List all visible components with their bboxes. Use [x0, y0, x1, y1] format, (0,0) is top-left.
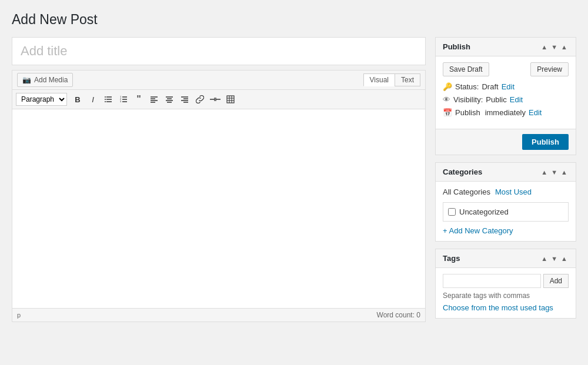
word-count: Word count: 0 [377, 311, 420, 319]
paragraph-select[interactable]: Paragraph Heading 1 Heading 2 Heading 3 [16, 93, 67, 106]
status-value: Draft [482, 82, 498, 91]
tags-hint: Separate tags with commas [443, 292, 569, 300]
add-media-button[interactable]: 📷 Add Media [17, 73, 73, 87]
svg-point-4 [105, 99, 106, 100]
tags-panel-up-btn[interactable]: ▲ [540, 255, 549, 262]
add-media-icon: 📷 [22, 76, 31, 84]
categories-panel: Categories ▲ ▼ ▲ All Categories Most Use… [435, 162, 576, 242]
add-media-label: Add Media [34, 76, 68, 84]
publish-panel-title: Publish [443, 42, 470, 51]
categories-panel-title: Categories [443, 168, 482, 176]
align-right-button[interactable] [178, 92, 192, 106]
editor-body[interactable] [12, 109, 426, 309]
categories-panel-close-btn[interactable]: ▲ [560, 169, 569, 176]
link-button[interactable] [193, 92, 207, 106]
categories-tabs: All Categories Most Used [443, 187, 569, 196]
tags-panel-header: Tags ▲ ▼ ▲ [436, 249, 576, 268]
bold-button[interactable]: B [71, 92, 85, 106]
visibility-edit-link[interactable]: Edit [510, 95, 523, 104]
blockquote-button[interactable]: " [132, 92, 146, 106]
publish-panel: Publish ▲ ▼ ▲ Save Draft Preview 🔑 [435, 37, 576, 155]
tab-most-used[interactable]: Most Used [495, 187, 532, 196]
editor-format-bar: Paragraph Heading 1 Heading 2 Heading 3 … [12, 89, 426, 109]
categories-panel-controls: ▲ ▼ ▲ [540, 169, 569, 176]
more-button[interactable] [208, 92, 222, 106]
preview-button[interactable]: Preview [530, 62, 569, 76]
publish-panel-header: Publish ▲ ▼ ▲ [436, 38, 576, 56]
list-item: Uncategorized [448, 207, 563, 216]
publish-footer: Publish [436, 129, 576, 155]
category-list: Uncategorized [443, 202, 569, 222]
calendar-icon: 📅 [443, 108, 452, 117]
status-row: 🔑 Status: Draft Edit [443, 82, 569, 91]
publish-time-label: Publish [455, 108, 480, 117]
visibility-row: 👁 Visibility: Public Edit [443, 95, 569, 104]
svg-point-5 [105, 101, 106, 102]
choose-most-used-tags-link[interactable]: Choose from the most used tags [443, 303, 553, 312]
tab-visual[interactable]: Visual [363, 73, 395, 86]
tags-panel: Tags ▲ ▼ ▲ Add Separate tags with commas… [435, 249, 576, 319]
tags-panel-down-btn[interactable]: ▼ [550, 255, 559, 262]
publish-meta: 🔑 Status: Draft Edit 👁 Visibility: Publi… [443, 82, 569, 117]
tags-panel-title: Tags [443, 254, 460, 263]
publish-panel-up-btn[interactable]: ▲ [540, 43, 549, 51]
tab-all-categories[interactable]: All Categories [443, 187, 490, 196]
publish-panel-controls: ▲ ▼ ▲ [540, 43, 569, 51]
visibility-label: Visibility: [453, 95, 483, 104]
categories-panel-header: Categories ▲ ▼ ▲ [436, 163, 576, 182]
italic-button[interactable]: I [86, 92, 100, 106]
editor-area: 📷 Add Media Visual Text Paragraph Headin… [12, 37, 426, 322]
view-tabs: Visual Text [363, 73, 420, 86]
add-new-category-link[interactable]: + Add New Category [443, 226, 513, 235]
save-draft-button[interactable]: Save Draft [443, 62, 489, 76]
publish-time-edit-link[interactable]: Edit [529, 108, 542, 117]
publish-actions: Save Draft Preview [443, 62, 569, 76]
status-label: Status: [455, 82, 479, 91]
status-edit-link[interactable]: Edit [502, 82, 514, 91]
status-icon: 🔑 [443, 82, 452, 91]
tags-panel-controls: ▲ ▼ ▲ [540, 255, 569, 262]
sidebar: Publish ▲ ▼ ▲ Save Draft Preview 🔑 [435, 37, 576, 319]
publish-panel-body: Save Draft Preview 🔑 Status: Draft Edit … [436, 56, 576, 129]
visibility-icon: 👁 [443, 95, 450, 104]
publish-panel-down-btn[interactable]: ▼ [550, 43, 559, 51]
publish-time-value: immediately [485, 108, 526, 117]
tags-panel-body: Add Separate tags with commas Choose fro… [436, 268, 576, 318]
align-center-button[interactable] [162, 92, 176, 106]
svg-text:3: 3 [120, 100, 122, 103]
align-left-button[interactable] [147, 92, 161, 106]
publish-panel-close-btn[interactable]: ▲ [560, 43, 569, 51]
tags-panel-close-btn[interactable]: ▲ [560, 255, 569, 262]
page-title: Add New Post [12, 12, 576, 28]
tags-input-row: Add [443, 274, 569, 288]
publish-time-row: 📅 Publish immediately Edit [443, 108, 569, 117]
category-label-uncategorized: Uncategorized [459, 207, 509, 216]
visibility-value: Public [486, 95, 506, 104]
add-tag-button[interactable]: Add [543, 274, 569, 288]
ordered-list-button[interactable]: 123 [116, 92, 131, 106]
categories-panel-down-btn[interactable]: ▼ [550, 169, 559, 176]
svg-point-3 [105, 96, 106, 98]
editor-footer: p Word count: 0 [12, 309, 426, 322]
unordered-list-button[interactable] [101, 92, 115, 106]
categories-panel-body: All Categories Most Used Uncategorized +… [436, 182, 576, 241]
tab-text[interactable]: Text [395, 73, 420, 86]
table-button[interactable] [223, 92, 238, 106]
svg-rect-28 [227, 96, 234, 103]
categories-panel-up-btn[interactable]: ▲ [540, 169, 549, 176]
editor-status-tag: p [17, 312, 21, 319]
publish-button[interactable]: Publish [522, 134, 569, 150]
category-checkbox-uncategorized[interactable] [448, 208, 456, 216]
editor-top-toolbar: 📷 Add Media Visual Text [12, 70, 426, 89]
post-title-input[interactable] [12, 37, 426, 65]
tags-text-input[interactable] [443, 274, 541, 288]
